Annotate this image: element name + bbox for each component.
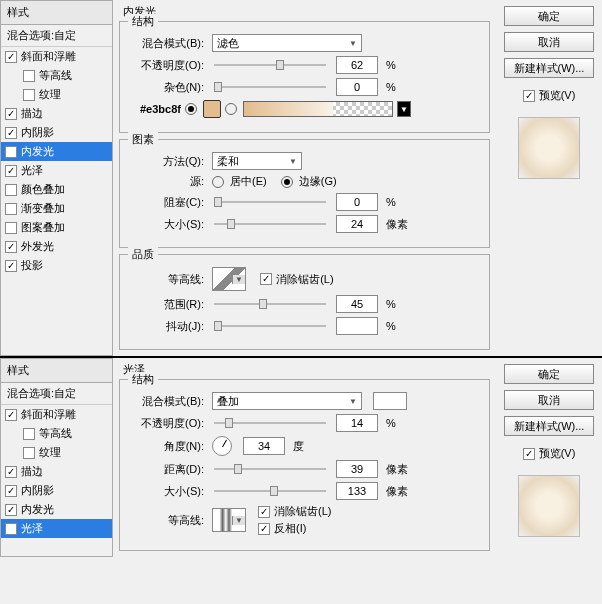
- blend-options[interactable]: 混合选项:自定: [1, 25, 112, 47]
- slider-thumb[interactable]: [234, 464, 242, 474]
- radio[interactable]: [225, 103, 237, 115]
- number-input[interactable]: 14: [336, 414, 378, 432]
- checkbox[interactable]: [5, 146, 17, 158]
- slider-thumb[interactable]: [225, 418, 233, 428]
- style-item[interactable]: 斜面和浮雕: [1, 47, 112, 66]
- number-input[interactable]: 133: [336, 482, 378, 500]
- style-label: 内发光: [21, 144, 54, 159]
- number-input[interactable]: 39: [336, 460, 378, 478]
- style-item[interactable]: 光泽: [1, 161, 112, 180]
- slider[interactable]: [214, 303, 326, 305]
- number-input[interactable]: 34: [243, 437, 285, 455]
- checkbox[interactable]: [23, 70, 35, 82]
- checkbox[interactable]: [5, 203, 17, 215]
- checkbox[interactable]: [5, 504, 17, 516]
- checkbox[interactable]: [5, 466, 17, 478]
- checkbox[interactable]: [5, 108, 17, 120]
- slider-thumb[interactable]: [214, 82, 222, 92]
- number-input[interactable]: 45: [336, 295, 378, 313]
- checkbox[interactable]: [5, 165, 17, 177]
- checkbox[interactable]: [260, 273, 272, 285]
- gradient-bar[interactable]: [243, 101, 393, 117]
- new-style-button[interactable]: 新建样式(W)...: [504, 58, 594, 78]
- style-item[interactable]: 内发光: [1, 142, 112, 161]
- checkbox[interactable]: [23, 89, 35, 101]
- slider-thumb[interactable]: [270, 486, 278, 496]
- style-item[interactable]: 渐变叠加: [1, 199, 112, 218]
- slider[interactable]: [214, 490, 326, 492]
- select[interactable]: 滤色▼: [212, 34, 362, 52]
- slider-thumb[interactable]: [227, 219, 235, 229]
- slider[interactable]: [214, 64, 326, 66]
- new-style-button[interactable]: 新建样式(W)...: [504, 416, 594, 436]
- checkbox[interactable]: [5, 241, 17, 253]
- number-input[interactable]: 0: [336, 193, 378, 211]
- color-swatch[interactable]: [373, 392, 407, 410]
- checkbox[interactable]: [23, 428, 35, 440]
- style-item[interactable]: 外发光: [1, 237, 112, 256]
- checkbox[interactable]: [258, 506, 270, 518]
- style-label: 描边: [21, 464, 43, 479]
- radio[interactable]: [281, 176, 293, 188]
- style-item[interactable]: 颜色叠加: [1, 180, 112, 199]
- contour-picker[interactable]: ▼: [212, 267, 246, 291]
- slider[interactable]: [214, 422, 326, 424]
- color-swatch[interactable]: [203, 100, 221, 118]
- slider[interactable]: [214, 223, 326, 225]
- style-item[interactable]: 投影: [1, 256, 112, 275]
- style-item[interactable]: 内阴影: [1, 481, 112, 500]
- style-item[interactable]: 图案叠加: [1, 218, 112, 237]
- number-input[interactable]: 24: [336, 215, 378, 233]
- style-item[interactable]: 等高线: [1, 424, 112, 443]
- style-item[interactable]: 描边: [1, 104, 112, 123]
- slider-thumb[interactable]: [214, 321, 222, 331]
- style-item[interactable]: 等高线: [1, 66, 112, 85]
- slider-thumb[interactable]: [276, 60, 284, 70]
- checkbox[interactable]: [5, 51, 17, 63]
- radio[interactable]: [185, 103, 197, 115]
- style-item[interactable]: 纹理: [1, 443, 112, 462]
- slider[interactable]: [214, 86, 326, 88]
- number-input[interactable]: [336, 317, 378, 335]
- style-item[interactable]: 光泽: [1, 519, 112, 538]
- style-label: 外发光: [21, 239, 54, 254]
- unit-label: %: [386, 196, 396, 208]
- number-input[interactable]: 0: [336, 78, 378, 96]
- checkbox[interactable]: [5, 523, 17, 535]
- checkbox[interactable]: [5, 127, 17, 139]
- slider[interactable]: [214, 325, 326, 327]
- number-input[interactable]: 62: [336, 56, 378, 74]
- style-label: 斜面和浮雕: [21, 407, 76, 422]
- style-item[interactable]: 描边: [1, 462, 112, 481]
- checkbox[interactable]: [5, 260, 17, 272]
- checkbox[interactable]: [23, 447, 35, 459]
- radio[interactable]: [212, 176, 224, 188]
- cancel-button[interactable]: 取消: [504, 32, 594, 52]
- slider-thumb[interactable]: [259, 299, 267, 309]
- checkbox[interactable]: [258, 523, 270, 535]
- select[interactable]: 叠加▼: [212, 392, 362, 410]
- preview-checkbox[interactable]: [523, 90, 535, 102]
- style-item[interactable]: 内发光: [1, 500, 112, 519]
- structure-fieldset: 结构混合模式(B):滤色▼不透明度(O):62%杂色(N):0%#e3bc8f▼: [119, 21, 490, 133]
- checkbox[interactable]: [5, 409, 17, 421]
- style-item[interactable]: 斜面和浮雕: [1, 405, 112, 424]
- ok-button[interactable]: 确定: [504, 6, 594, 26]
- style-item[interactable]: 内阴影: [1, 123, 112, 142]
- select[interactable]: 柔和▼: [212, 152, 302, 170]
- checkbox[interactable]: [5, 485, 17, 497]
- cancel-button[interactable]: 取消: [504, 390, 594, 410]
- chevron-down-icon[interactable]: ▼: [397, 101, 411, 117]
- slider[interactable]: [214, 201, 326, 203]
- blend-options[interactable]: 混合选项:自定: [1, 383, 112, 405]
- checkbox[interactable]: [5, 222, 17, 234]
- angle-dial[interactable]: [212, 436, 232, 456]
- field-label: 等高线:: [130, 272, 204, 287]
- slider-thumb[interactable]: [214, 197, 222, 207]
- ok-button[interactable]: 确定: [504, 364, 594, 384]
- slider[interactable]: [214, 468, 326, 470]
- checkbox[interactable]: [5, 184, 17, 196]
- style-item[interactable]: 纹理: [1, 85, 112, 104]
- preview-checkbox[interactable]: [523, 448, 535, 460]
- contour-picker[interactable]: ▼: [212, 508, 246, 532]
